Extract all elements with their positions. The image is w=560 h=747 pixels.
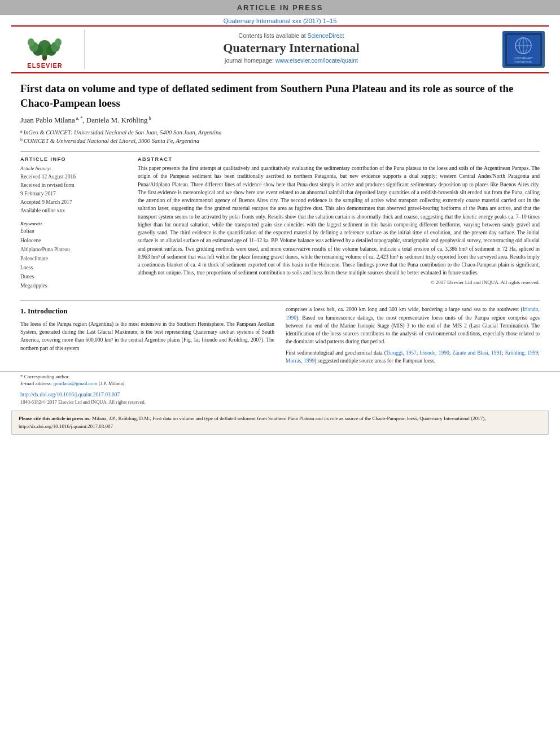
please-cite-label: Please cite this article in press as: xyxy=(19,416,91,421)
author-1-super: a, * xyxy=(75,116,83,121)
sciencedirect-line: Contents lists available at ScienceDirec… xyxy=(90,32,492,39)
journal-title: Quaternary International xyxy=(90,41,492,55)
svg-point-6 xyxy=(28,38,34,46)
accepted-date: Accepted 9 March 2017 xyxy=(20,198,128,207)
homepage-line: journal homepage: www.elsevier.com/locat… xyxy=(90,57,492,64)
corresponding-author-note: * Corresponding author. xyxy=(20,374,540,379)
homepage-url[interactable]: www.elsevier.com/locate/quaint xyxy=(275,57,358,64)
article-title: First data on volume and type of deflate… xyxy=(20,81,540,110)
journal-header: ELSEVIER Contents lists available at Sci… xyxy=(11,27,549,73)
iriondo-1990-link2[interactable]: Iriondo, 1990 xyxy=(419,350,449,356)
keyword-6: Dunes xyxy=(20,272,128,281)
article-info-heading: ARTICLE INFO xyxy=(20,156,128,162)
elsevier-tree-icon xyxy=(23,30,68,61)
copyright-line: © 2017 Elsevier Ltd and INQUA. All right… xyxy=(138,279,540,285)
body-left-col: 1. Introduction The loess of the Pampa r… xyxy=(20,305,274,368)
history-label: Article history: xyxy=(20,164,128,172)
doi-link[interactable]: http://dx.doi.org/10.1016/j.quaint.2017.… xyxy=(20,392,120,397)
elsevier-logo: ELSEVIER xyxy=(11,30,85,69)
affil-2: b CONICET & Universidad Nacional del Lit… xyxy=(20,137,540,146)
abstract-col: ABSTRACT This paper presents the first a… xyxy=(138,156,540,290)
abstract-text: This paper presents the first attempt at… xyxy=(138,164,540,277)
teruggi-link[interactable]: Teruggi, 1957 xyxy=(386,350,417,356)
section-1-title: 1. Introduction xyxy=(20,305,274,317)
intro-para-1: The loess of the Pampa region (Argentina… xyxy=(20,320,274,352)
journal-ref-line: Quaternary International xxx (2017) 1–15 xyxy=(0,15,560,25)
author-2-super: b xyxy=(148,116,151,121)
affil-1: a InGeo & CONICET: Universidad Nacional … xyxy=(20,128,540,137)
main-content: First data on volume and type of deflate… xyxy=(0,73,560,296)
doi-section: http://dx.doi.org/10.1016/j.quaint.2017.… xyxy=(0,390,560,399)
right-logo: QUATERNARY INTERNATIONAL xyxy=(498,30,549,69)
keyword-7: Megaripples xyxy=(20,281,128,290)
svg-text:INTERNATIONAL: INTERNATIONAL xyxy=(514,60,532,63)
email-suffix: (J.P. Milana). xyxy=(99,381,126,386)
article-info-abstract: ARTICLE INFO Article history: Received 1… xyxy=(20,156,540,290)
author-note-section: * Corresponding author. E-mail address: … xyxy=(0,371,560,390)
keyword-5: Loess xyxy=(20,263,128,272)
keyword-4: Paleoclimate xyxy=(20,254,128,263)
keywords-section: Keywords: Eolian Holocene Altiplano/Puna… xyxy=(20,221,128,290)
body-two-col: 1. Introduction The loess of the Pampa r… xyxy=(20,305,540,368)
zarate-link[interactable]: Zárate and Blasi, 1991 xyxy=(452,350,502,356)
abstract-heading: ABSTRACT xyxy=(138,156,540,162)
available-online: Available online xxx xyxy=(20,207,128,215)
intro-para-3: First sedimentological and geochemical d… xyxy=(286,349,540,365)
keyword-2: Holocene xyxy=(20,236,128,245)
received-revised-label: Received in revised form xyxy=(20,181,128,190)
journal-logo-icon: QUATERNARY INTERNATIONAL xyxy=(505,33,542,66)
article-history: Article history: Received 12 August 2016… xyxy=(20,164,128,215)
affiliations: a InGeo & CONICET: Universidad Nacional … xyxy=(20,128,540,146)
authors-line: Juan Pablo Milana a, *, Daniela M. Kröhl… xyxy=(20,116,540,125)
sciencedirect-link[interactable]: ScienceDirect xyxy=(308,32,344,39)
keywords-heading: Keywords: xyxy=(20,221,128,226)
svg-point-7 xyxy=(55,38,62,46)
keyword-1: Eolian xyxy=(20,226,128,235)
author-2: Daniela M. Kröhling xyxy=(86,116,148,125)
revised-date: 9 February 2017 xyxy=(20,190,128,198)
svg-rect-8 xyxy=(43,57,46,60)
svg-text:QUATERNARY: QUATERNARY xyxy=(513,56,533,60)
keyword-3: Altiplano/Puna Plateau xyxy=(20,245,128,254)
issn-line: 1040-6182/© 2017 Elsevier Ltd and INQUA.… xyxy=(0,399,560,407)
iriondo-1990-link[interactable]: Iriondo, 1990 xyxy=(286,307,540,320)
intro-para-2: comprises a loess belt, ca. 2000 km long… xyxy=(286,305,540,346)
author-1: Juan Pablo Milana xyxy=(20,116,75,125)
body-right-col: comprises a loess belt, ca. 2000 km long… xyxy=(286,305,540,368)
morras-link[interactable]: Morrás, 1999 xyxy=(286,358,314,364)
citation-box: Please cite this article in press as: Mi… xyxy=(11,410,549,435)
author-email-link[interactable]: jpmilana@gmail.com xyxy=(53,381,97,386)
body-section: 1. Introduction The loess of the Pampa r… xyxy=(0,301,560,371)
journal-center: Contents lists available at ScienceDirec… xyxy=(85,30,498,69)
email-note: E-mail address: jpmilana@gmail.com (J.P.… xyxy=(20,381,540,386)
received-date: Received 12 August 2016 xyxy=(20,173,128,181)
elsevier-label: ELSEVIER xyxy=(27,62,62,69)
krohling-link[interactable]: Kröhling, 1999 xyxy=(505,350,539,356)
article-info-col: ARTICLE INFO Article history: Received 1… xyxy=(20,156,128,290)
article-in-press-banner: ARTICLE IN PRESS xyxy=(0,0,560,15)
